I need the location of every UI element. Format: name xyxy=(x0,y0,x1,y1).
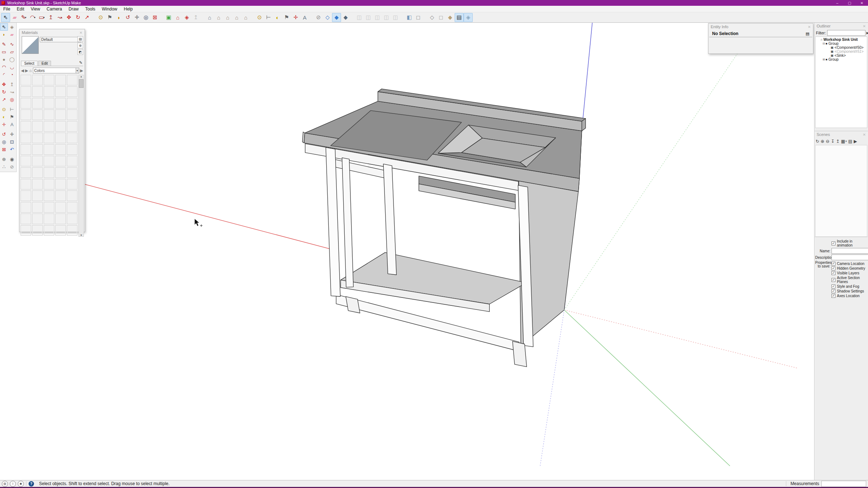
menu-item[interactable]: Tools xyxy=(82,6,99,12)
color-swatch[interactable] xyxy=(32,86,43,97)
toolbar-button[interactable]: ◧ xyxy=(405,13,414,22)
scenes-list[interactable] xyxy=(815,145,867,237)
scenes-toolbar-button[interactable]: ▤ xyxy=(848,139,852,144)
toolbar-button[interactable]: ⌂ xyxy=(214,13,223,22)
color-swatch[interactable] xyxy=(21,110,31,120)
color-swatch[interactable] xyxy=(55,167,66,178)
color-swatch[interactable] xyxy=(44,225,54,236)
menu-item[interactable]: Help xyxy=(120,6,136,12)
tool-button[interactable]: ∴ xyxy=(0,163,8,171)
statusbar-icon-button[interactable]: i xyxy=(10,481,16,487)
color-swatch[interactable] xyxy=(44,110,54,120)
toolbar-button[interactable]: ◆ xyxy=(446,13,455,22)
tool-button[interactable]: ◎ xyxy=(0,138,8,146)
tool-button[interactable]: ↗ xyxy=(0,96,8,103)
color-swatch[interactable] xyxy=(32,225,43,236)
color-swatch[interactable] xyxy=(21,191,31,201)
color-swatch[interactable] xyxy=(21,167,31,178)
details-arrow-icon[interactable]: ▶ xyxy=(80,68,83,73)
toolbar-button[interactable]: ↥ xyxy=(191,13,200,22)
toolbar-button[interactable]: ↗ xyxy=(82,13,92,22)
toggle-details-icon[interactable]: ▤ xyxy=(806,31,809,36)
toolbar-button[interactable]: ⚑ xyxy=(282,13,291,22)
chevron-down-icon[interactable]: ▾ xyxy=(76,68,79,73)
toolbar-button[interactable]: ▰ xyxy=(10,13,19,22)
color-swatch[interactable] xyxy=(21,179,31,189)
color-swatch[interactable] xyxy=(44,133,54,143)
property-checkbox[interactable]: ✓ xyxy=(831,289,835,293)
toolbar-button[interactable]: ◻ xyxy=(437,13,446,22)
tool-button[interactable]: ◐ xyxy=(0,113,8,121)
property-checkbox[interactable]: ✓ xyxy=(831,278,835,282)
tool-button[interactable]: ▭ xyxy=(0,48,8,56)
property-checkbox[interactable]: ✓ xyxy=(831,262,835,266)
toolbar-button[interactable]: ◫ xyxy=(391,13,400,22)
tool-button[interactable]: ◗ xyxy=(0,31,8,38)
filter-input[interactable] xyxy=(827,30,865,36)
color-swatch[interactable] xyxy=(55,225,66,236)
color-swatch[interactable] xyxy=(55,191,66,201)
property-checkbox[interactable]: ✓ xyxy=(831,266,835,270)
toolbar-button[interactable]: ◻ xyxy=(414,13,423,22)
toolbar-button[interactable]: ◆ xyxy=(341,13,350,22)
outliner-tree-item[interactable]: ▦ <Component#50> xyxy=(816,46,867,49)
color-swatch[interactable] xyxy=(44,98,54,108)
outliner-tree-item[interactable]: ▦ <Sink> xyxy=(816,53,867,57)
toolbar-button[interactable]: ⌂ xyxy=(173,13,182,22)
toolbar-button[interactable]: ↝ xyxy=(55,13,64,22)
color-swatch[interactable] xyxy=(21,133,31,143)
property-checkbox[interactable]: ✓ xyxy=(831,284,835,288)
materials-panel-titlebar[interactable]: Materials ✕ xyxy=(20,29,85,36)
color-swatch[interactable] xyxy=(21,98,31,108)
scroll-down-icon[interactable]: ▼ xyxy=(80,234,82,236)
statusbar-icon-button[interactable]: ☻ xyxy=(18,481,24,487)
tool-button[interactable]: ↥ xyxy=(8,81,16,88)
tool-button[interactable]: ⊠ xyxy=(0,146,8,153)
property-checkbox[interactable]: ✓ xyxy=(831,271,835,275)
toolbar-button[interactable]: ⇖ xyxy=(1,13,10,22)
toolbar-button[interactable]: ⊢ xyxy=(264,13,273,22)
tool-button[interactable]: ◔ xyxy=(8,71,16,78)
tool-button[interactable]: ↶ xyxy=(8,146,16,153)
color-swatch[interactable] xyxy=(32,110,43,120)
materials-side-button[interactable]: ▤ xyxy=(77,36,83,42)
tool-button[interactable]: ◡ xyxy=(8,63,16,71)
entity-info-titlebar[interactable]: Entity Info ✕ xyxy=(709,23,813,30)
color-swatch[interactable] xyxy=(55,75,66,85)
home-icon[interactable]: ⌂ xyxy=(29,68,32,73)
color-swatch[interactable] xyxy=(21,214,31,224)
chevron-down-icon[interactable]: ▾ xyxy=(846,140,847,143)
toolbar-button[interactable]: ◇ xyxy=(323,13,332,22)
color-swatch[interactable] xyxy=(67,225,77,236)
toolbar-button[interactable]: A xyxy=(300,13,309,22)
color-swatch[interactable] xyxy=(44,121,54,132)
scenes-toolbar-button[interactable]: ⊕ xyxy=(821,139,824,144)
forward-arrow-icon[interactable]: ▶ xyxy=(25,68,28,73)
tool-button[interactable]: ⊢ xyxy=(8,106,16,113)
tool-button[interactable]: ⚑ xyxy=(8,113,16,121)
scenes-titlebar[interactable]: Scenes ✕ xyxy=(814,131,868,138)
help-icon[interactable]: ? xyxy=(29,481,34,487)
tool-button[interactable]: ✛ xyxy=(0,121,8,128)
scrollbar-thumb[interactable] xyxy=(79,79,84,88)
color-swatch[interactable] xyxy=(44,167,54,178)
color-swatch[interactable] xyxy=(55,179,66,189)
color-swatch[interactable] xyxy=(21,156,31,166)
outliner-tree-item[interactable]: ⊞ ■ Group xyxy=(816,57,867,61)
color-swatch[interactable] xyxy=(32,156,43,166)
include-in-animation-checkbox[interactable]: ✓ xyxy=(831,241,835,245)
tool-button[interactable]: A xyxy=(8,121,16,128)
property-checkbox[interactable]: ✓ xyxy=(831,294,835,298)
details-arrow-icon[interactable]: ▶ xyxy=(867,31,868,35)
color-swatch[interactable] xyxy=(21,121,31,132)
expand-toggle-icon[interactable]: ⊞ xyxy=(822,58,825,61)
sample-paint-icon[interactable]: ✎ xyxy=(79,60,82,65)
menu-item[interactable]: Edit xyxy=(13,6,27,12)
statusbar-icon-button[interactable]: ◍ xyxy=(2,481,8,487)
toolbar-button[interactable]: ⊙ xyxy=(255,13,264,22)
tool-button[interactable]: ◜ xyxy=(0,71,8,78)
color-swatch[interactable] xyxy=(32,214,43,224)
color-swatch[interactable] xyxy=(44,156,54,166)
color-swatch[interactable] xyxy=(32,121,43,132)
tab-edit[interactable]: Edit xyxy=(38,61,51,66)
